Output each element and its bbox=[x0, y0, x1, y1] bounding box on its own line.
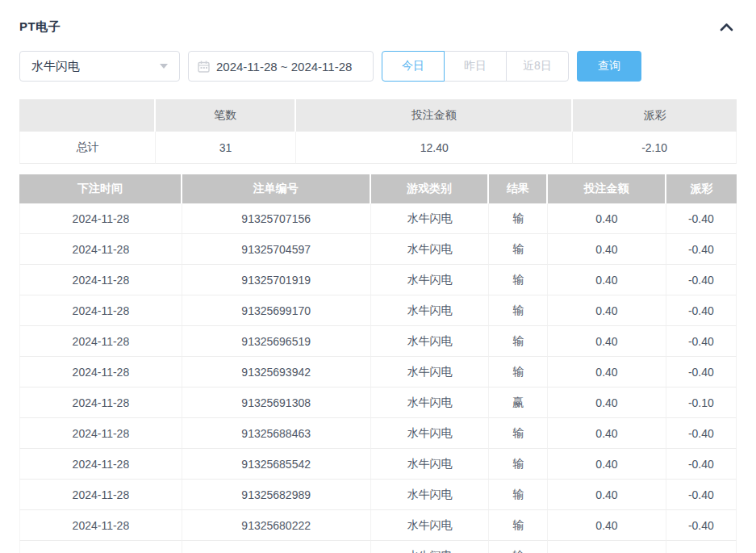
table-cell: -0.10 bbox=[666, 388, 737, 418]
page-title: PT电子 bbox=[19, 19, 61, 35]
quick-range-button-0[interactable]: 今日 bbox=[382, 51, 445, 82]
query-button[interactable]: 查询 bbox=[577, 51, 641, 82]
summary-count-value: 31 bbox=[156, 132, 296, 164]
table-cell: -0.40 bbox=[666, 295, 737, 326]
records-table: 下注时间注单编号游戏类别结果投注金额派彩 2024-11-28913257071… bbox=[19, 174, 737, 553]
table-cell: -0.40 bbox=[666, 234, 737, 265]
table-cell: 水牛闪电 bbox=[371, 265, 490, 295]
table-row: 2024-11-2891325685542水牛闪电输0.40-0.40 bbox=[19, 449, 737, 480]
table-cell: 水牛闪电 bbox=[371, 541, 490, 553]
table-cell: 91325685542 bbox=[182, 449, 371, 480]
table-cell: 0.40 bbox=[548, 357, 666, 388]
table-cell: 水牛闪电 bbox=[371, 295, 490, 326]
table-cell: 0.40 bbox=[548, 388, 666, 418]
table-row: 2024-11-2891325680222水牛闪电输0.40-0.40 bbox=[19, 510, 737, 541]
table-cell: 水牛闪电 bbox=[371, 203, 490, 234]
table-cell: 输 bbox=[489, 203, 548, 234]
table-cell: 91325707156 bbox=[182, 203, 371, 234]
quick-range-button-1[interactable]: 昨日 bbox=[444, 51, 507, 82]
filter-bar: 水牛闪电 2024-11-28 ~ 2024-11-28 今日昨日近8日 查询 bbox=[19, 51, 737, 82]
records-column-header: 投注金额 bbox=[548, 174, 666, 203]
table-cell: 2024-11-28 bbox=[19, 326, 182, 357]
table-cell: 2024-11-28 bbox=[19, 265, 182, 295]
chevron-up-icon bbox=[720, 20, 733, 34]
table-cell: 0.40 bbox=[548, 265, 666, 295]
records-header-row: 下注时间注单编号游戏类别结果投注金额派彩 bbox=[19, 174, 737, 203]
table-cell: 水牛闪电 bbox=[371, 510, 490, 541]
table-cell: -0.40 bbox=[666, 510, 737, 541]
caret-down-icon bbox=[160, 64, 168, 69]
table-cell: 91325688463 bbox=[182, 418, 371, 449]
table-cell: 水牛闪电 bbox=[371, 480, 490, 510]
table-cell: 2024-11-28 bbox=[19, 388, 182, 418]
table-row: 2024-11-2891325682989水牛闪电输0.40-0.40 bbox=[19, 480, 737, 510]
table-cell: 91325693942 bbox=[182, 357, 371, 388]
table-cell: 0.40 bbox=[548, 510, 666, 541]
panel-header: PT电子 bbox=[19, 0, 737, 35]
table-cell: -0.40 bbox=[666, 357, 737, 388]
records-body: 2024-11-2891325707156水牛闪电输0.40-0.402024-… bbox=[19, 203, 737, 553]
table-cell: 2024-11-28 bbox=[19, 203, 182, 234]
table-cell: 水牛闪电 bbox=[371, 449, 490, 480]
table-cell: 91325704597 bbox=[182, 234, 371, 265]
table-row: 2024-11-2891325701919水牛闪电输0.40-0.40 bbox=[19, 265, 737, 295]
date-range-value: 2024-11-28 ~ 2024-11-28 bbox=[216, 60, 352, 73]
summary-header-row: 笔数投注金额派彩 bbox=[19, 99, 737, 132]
table-cell: -0.40 bbox=[666, 449, 737, 480]
table-cell: -0.40 bbox=[666, 418, 737, 449]
table-cell: 输 bbox=[489, 449, 548, 480]
table-cell: 91325680222 bbox=[182, 510, 371, 541]
summary-column-header: 投注金额 bbox=[296, 99, 573, 132]
records-column-header: 派彩 bbox=[666, 174, 737, 203]
records-column-header: 结果 bbox=[489, 174, 548, 203]
table-cell: -0.40 bbox=[666, 326, 737, 357]
records-column-header: 下注时间 bbox=[19, 174, 182, 203]
table-cell: 2024-11-28 bbox=[19, 510, 182, 541]
date-range-input[interactable]: 2024-11-28 ~ 2024-11-28 bbox=[188, 51, 374, 82]
report-panel: PT电子 水牛闪电 bbox=[0, 0, 756, 553]
quick-range-button-2[interactable]: 近8日 bbox=[506, 51, 569, 82]
table-cell: 2024-11-28 bbox=[19, 234, 182, 265]
table-cell: 输 bbox=[489, 418, 548, 449]
table-cell: 0.40 bbox=[548, 295, 666, 326]
summary-total-label: 总计 bbox=[19, 132, 156, 164]
table-row: 2024-11-2891325691308水牛闪电赢0.40-0.10 bbox=[19, 388, 737, 418]
table-cell bbox=[548, 541, 666, 553]
summary-payout-value: -2.10 bbox=[573, 132, 737, 164]
table-cell: 0.40 bbox=[548, 234, 666, 265]
table-cell: 水牛闪电 bbox=[371, 388, 490, 418]
table-cell bbox=[666, 541, 737, 553]
game-select[interactable]: 水牛闪电 bbox=[19, 51, 180, 82]
table-cell: -0.40 bbox=[666, 203, 737, 234]
table-row: 2024-11-2891325699170水牛闪电输0.40-0.40 bbox=[19, 295, 737, 326]
table-cell: 输 bbox=[489, 326, 548, 357]
table-cell: 2024-11-28 bbox=[19, 449, 182, 480]
table-row: 2024-11-2891325704597水牛闪电输0.40-0.40 bbox=[19, 234, 737, 265]
table-cell: 0.40 bbox=[548, 203, 666, 234]
table-row: 2024-11-2891325693942水牛闪电输0.40-0.40 bbox=[19, 357, 737, 388]
table-cell: 91325699170 bbox=[182, 295, 371, 326]
table-cell: 2024-11-28 bbox=[19, 418, 182, 449]
table-cell: 输 bbox=[489, 295, 548, 326]
table-row: 2024-11-2891325696519水牛闪电输0.40-0.40 bbox=[19, 326, 737, 357]
table-cell: 91325691308 bbox=[182, 388, 371, 418]
table-cell: 0.40 bbox=[548, 480, 666, 510]
calendar-icon bbox=[198, 61, 210, 73]
summary-total-row: 总计 31 12.40 -2.10 bbox=[19, 132, 737, 164]
table-cell bbox=[182, 541, 371, 553]
records-column-header: 游戏类别 bbox=[371, 174, 490, 203]
table-cell: -0.40 bbox=[666, 265, 737, 295]
table-cell: 水牛闪电 bbox=[371, 418, 490, 449]
summary-column-header: 笔数 bbox=[156, 99, 296, 132]
table-cell: 91325682989 bbox=[182, 480, 371, 510]
table-row: 2024-11-2891325707156水牛闪电输0.40-0.40 bbox=[19, 203, 737, 234]
quick-range-group: 今日昨日近8日 bbox=[382, 51, 569, 82]
table-cell: -0.40 bbox=[666, 480, 737, 510]
table-cell: 输 bbox=[489, 357, 548, 388]
summary-column-header bbox=[19, 99, 156, 132]
table-cell: 2024-11-28 bbox=[19, 295, 182, 326]
game-select-value: 水牛闪电 bbox=[31, 59, 80, 74]
collapse-button[interactable] bbox=[716, 21, 737, 33]
table-cell: 0.40 bbox=[548, 418, 666, 449]
table-cell: 水牛闪电 bbox=[371, 326, 490, 357]
